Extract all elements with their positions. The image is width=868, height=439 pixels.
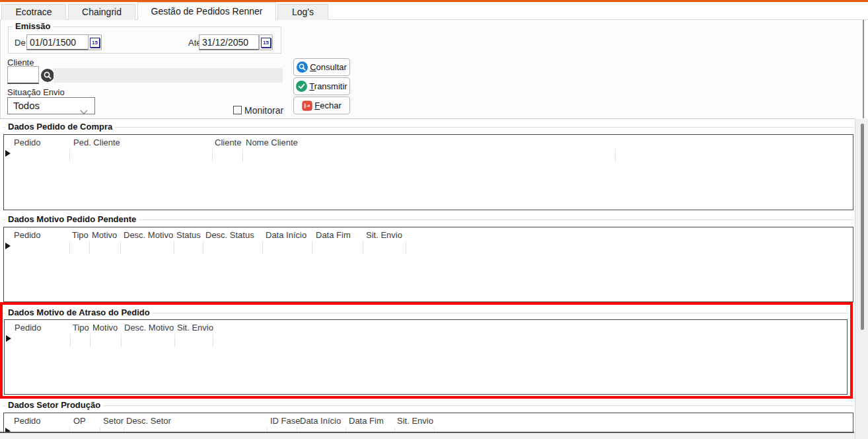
calendar-icon: 15	[261, 38, 271, 48]
column-separator	[69, 241, 70, 255]
column-header[interactable]: Pedido	[14, 230, 40, 240]
cliente-search-button[interactable]	[41, 69, 54, 82]
vertical-scrollbar[interactable]	[855, 119, 868, 439]
column-header[interactable]: Pedido	[14, 138, 40, 147]
column-separator	[212, 149, 213, 162]
horizontal-scrollbar-track[interactable]	[0, 433, 855, 439]
fechar-label: Fechar	[314, 100, 341, 110]
row-selector-icon	[5, 243, 11, 249]
column-header[interactable]: Sit. Envio	[397, 416, 433, 426]
column-header[interactable]: Motivo	[92, 230, 117, 240]
column-header[interactable]: Pedido	[14, 416, 40, 426]
close-icon	[302, 100, 312, 111]
column-separator	[406, 241, 406, 255]
section-title-motivo-pendente: Dados Motivo Pedido Pendente	[5, 214, 139, 225]
transmitir-button[interactable]: Transmitir	[293, 77, 350, 95]
column-separator	[203, 241, 203, 255]
column-separator	[69, 149, 70, 162]
emissao-legend: Emissão	[13, 21, 53, 31]
tab-label: Chaingrid	[82, 7, 122, 17]
column-separator	[312, 241, 312, 255]
cliente-code-input[interactable]	[7, 66, 39, 84]
section-border	[3, 127, 853, 128]
highlight-red-box	[0, 302, 853, 399]
chevron-down-icon	[80, 104, 88, 120]
app-window: Ecotrace Chaingrid Gestão de Pedidos Ren…	[0, 0, 868, 439]
column-header[interactable]: Data Início	[266, 230, 307, 240]
column-separator	[615, 149, 616, 162]
situacao-envio-select[interactable]: Todos	[7, 97, 95, 114]
tab-chaingrid[interactable]: Chaingrid	[68, 4, 135, 20]
section-border	[3, 405, 853, 406]
grid-pedido-compra[interactable]: Pedido Ped. Cliente Cliente Nome Cliente	[3, 134, 853, 210]
check-icon	[296, 81, 307, 92]
grid-motivo-pendente[interactable]: Pedido Tipo Motivo Desc. Motivo Status D…	[3, 227, 853, 302]
cliente-name-field	[54, 68, 283, 83]
scrollbar-thumb[interactable]	[861, 124, 864, 330]
column-header[interactable]: OP	[73, 416, 86, 426]
column-header[interactable]: Sit. Envio	[366, 230, 402, 240]
section-title-setor-producao: Dados Setor Produção	[5, 400, 103, 411]
search-icon	[41, 69, 54, 82]
column-header[interactable]: Desc. Status	[205, 230, 254, 240]
column-separator	[242, 149, 243, 162]
emissao-de-calendar-button[interactable]: 15	[88, 34, 102, 50]
column-header[interactable]: Data Fim	[349, 416, 384, 426]
situacao-envio-value: Todos	[13, 100, 40, 111]
situacao-envio-label: Situação Envio	[7, 87, 65, 97]
grid-setor-producao[interactable]: Pedido OP Setor Desc. Setor ID Fase Data…	[3, 413, 853, 433]
tab-label: Gestão de Pedidos Renner	[151, 6, 263, 17]
column-header[interactable]: Tipo	[72, 230, 89, 240]
column-separator	[363, 241, 363, 255]
consultar-button[interactable]: Consultar	[293, 58, 350, 76]
column-header[interactable]: Status	[176, 230, 201, 240]
tab-gestao-pedidos-renner[interactable]: Gestão de Pedidos Renner	[137, 2, 276, 20]
grids-area: Dados Pedido de Compra Pedido Ped. Clien…	[0, 119, 855, 439]
column-header[interactable]: Desc. Motivo	[124, 230, 173, 240]
consultar-label: Consultar	[310, 62, 347, 72]
emissao-de-input[interactable]	[26, 34, 89, 50]
column-separator	[89, 241, 90, 255]
column-header[interactable]: Data Fim	[316, 230, 351, 240]
monitorar-label: Monitorar	[244, 105, 283, 116]
tab-label: Ecotrace	[15, 7, 52, 17]
column-separator	[174, 241, 174, 255]
column-header[interactable]: Ped. Cliente	[73, 138, 120, 147]
tab-label: Log's	[292, 7, 314, 17]
column-header[interactable]: Data Início	[300, 416, 341, 426]
column-header[interactable]: Cliente	[215, 138, 241, 147]
transmitir-label: Transmitir	[309, 81, 347, 91]
tab-strip: Ecotrace Chaingrid Gestão de Pedidos Ren…	[0, 2, 868, 20]
filter-panel: Emissão De 15 Até 15 Cliente Situação En…	[0, 20, 864, 118]
emissao-de-label: De	[15, 38, 26, 48]
row-selector-icon	[5, 150, 11, 157]
section-title-pedido-compra: Dados Pedido de Compra	[5, 122, 115, 132]
column-header[interactable]: Setor	[103, 416, 124, 426]
column-header[interactable]: Desc. Setor	[126, 416, 171, 426]
column-header[interactable]: Nome Cliente	[246, 138, 298, 147]
column-separator	[262, 241, 263, 255]
emissao-ate-calendar-button[interactable]: 15	[259, 34, 273, 50]
column-separator	[120, 241, 121, 255]
search-icon	[297, 61, 308, 73]
monitorar-checkbox[interactable]	[233, 106, 242, 114]
fechar-button[interactable]: Fechar	[293, 97, 350, 114]
emissao-groupbox: Emissão De 15 Até 15	[8, 26, 281, 54]
tab-logs[interactable]: Log's	[277, 4, 328, 20]
column-header[interactable]: ID Fase	[270, 416, 301, 426]
emissao-ate-input[interactable]	[199, 34, 259, 50]
calendar-icon: 15	[90, 38, 100, 48]
tab-ecotrace[interactable]: Ecotrace	[1, 4, 66, 20]
